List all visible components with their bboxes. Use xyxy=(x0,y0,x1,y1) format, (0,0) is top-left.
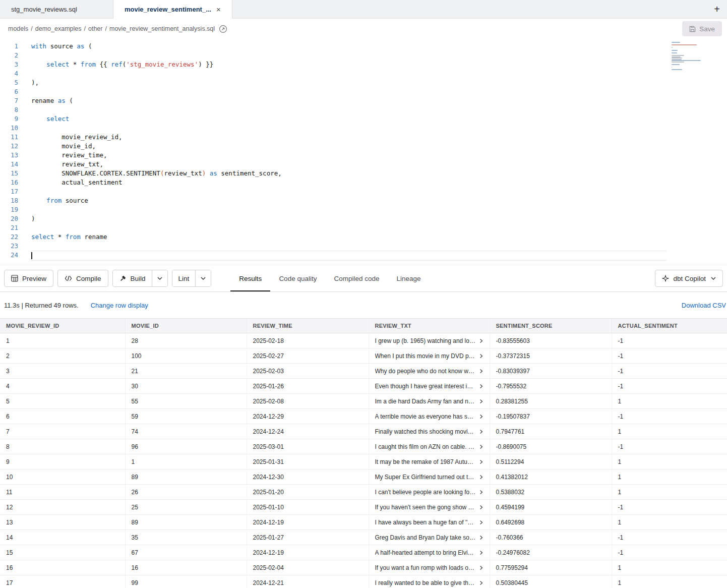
tab-label: movie_review_sentiment_... xyxy=(125,6,211,13)
expand-row-icon[interactable] xyxy=(479,444,483,449)
tab-stg-movie-reviews[interactable]: stg_movie_reviews.sql xyxy=(0,0,113,18)
breadcrumb-segment[interactable]: demo_examples xyxy=(35,25,82,32)
expand-row-icon[interactable] xyxy=(479,490,483,495)
breadcrumb-separator: / xyxy=(105,25,106,32)
lint-label: Lint xyxy=(178,275,190,282)
expand-row-icon[interactable] xyxy=(479,475,483,480)
table-cell: 2024-12-19 xyxy=(247,515,369,530)
review-txt-cell: It may be the remake of 1987 Autumn'… xyxy=(369,454,490,469)
code-line[interactable]: ), xyxy=(31,78,667,87)
dbt-copilot-button[interactable]: dbt Copilot xyxy=(655,270,723,287)
code-line[interactable] xyxy=(31,87,667,96)
expand-row-icon[interactable] xyxy=(479,505,483,510)
column-header[interactable]: MOVIE_ID xyxy=(125,319,247,333)
code-line[interactable] xyxy=(31,69,667,78)
review-txt-text: I have always been a huge fan of "Hom… xyxy=(375,519,476,526)
code-line[interactable] xyxy=(31,223,667,232)
table-cell: 0.7947761 xyxy=(490,424,612,439)
build-dropdown-chevron-icon[interactable] xyxy=(152,270,167,286)
table-row: 14352025-01-27Greg Davis and Bryan Daly … xyxy=(0,530,727,545)
breadcrumb-segment[interactable]: movie_review_sentiment_analysis.sql xyxy=(109,25,215,32)
code-line[interactable] xyxy=(31,105,667,114)
expand-row-icon[interactable] xyxy=(479,565,483,570)
expand-row-icon[interactable] xyxy=(479,414,483,419)
copy-path-icon[interactable] xyxy=(219,25,227,33)
code-line[interactable]: rename as ( xyxy=(31,96,667,105)
column-header[interactable]: ACTUAL_SENTIMENT xyxy=(612,319,727,333)
save-button[interactable]: Save xyxy=(682,21,722,36)
tab-movie-review-sentiment[interactable]: movie_review_sentiment_... × xyxy=(113,0,232,18)
minimap-line xyxy=(672,62,684,63)
compile-button[interactable]: Compile xyxy=(57,270,108,287)
code-line[interactable] xyxy=(31,205,667,214)
column-header[interactable]: MOVIE_REVIEW_ID xyxy=(0,319,125,333)
code-line[interactable] xyxy=(31,124,667,133)
download-csv-link[interactable]: Download CSV xyxy=(682,302,726,309)
expand-row-icon[interactable] xyxy=(479,459,483,464)
expand-row-icon[interactable] xyxy=(479,369,483,374)
table-row: 13892024-12-19I have always been a huge … xyxy=(0,515,727,530)
table-row: 5552025-02-08Im a die hard Dads Army fan… xyxy=(0,394,727,409)
minimap-line xyxy=(672,50,678,51)
close-tab-icon[interactable]: × xyxy=(216,6,221,13)
code-line[interactable]: select * from {{ ref('stg_movie_reviews'… xyxy=(31,60,667,69)
review-txt-text: I really wanted to be able to give this … xyxy=(375,579,476,586)
tab-compiled-code[interactable]: Compiled code xyxy=(325,265,388,291)
code-line[interactable]: SNOWFLAKE.CORTEX.SENTIMENT(review_txt) a… xyxy=(31,169,667,178)
tab-results[interactable]: Results xyxy=(230,265,270,291)
expand-row-icon[interactable] xyxy=(479,399,483,404)
change-row-display-link[interactable]: Change row display xyxy=(91,302,148,309)
table-cell: -0.7955532 xyxy=(490,379,612,394)
text-cursor xyxy=(31,252,32,259)
code-line[interactable] xyxy=(31,251,667,261)
code-line[interactable]: review_time, xyxy=(31,151,667,160)
review-txt-cell: A half-hearted attempt to bring Elvis P… xyxy=(369,545,490,560)
breadcrumb-segment[interactable]: other xyxy=(88,25,103,32)
expand-row-icon[interactable] xyxy=(479,384,483,389)
code-line[interactable] xyxy=(31,242,667,251)
column-header[interactable]: REVIEW_TXT xyxy=(369,319,490,333)
table-cell: 1 xyxy=(612,424,727,439)
code-line[interactable] xyxy=(31,51,667,60)
table-cell: 30 xyxy=(125,379,247,394)
expand-row-icon[interactable] xyxy=(479,429,483,434)
code-area[interactable]: with source as ( select * from {{ ref('s… xyxy=(22,39,727,265)
expand-row-icon[interactable] xyxy=(479,338,483,343)
lint-button[interactable]: Lint xyxy=(172,270,196,286)
line-number: 3 xyxy=(0,60,18,69)
table-cell: 2024-12-19 xyxy=(247,545,369,560)
build-button[interactable]: Build xyxy=(113,270,152,286)
table-cell: 2025-01-26 xyxy=(247,379,369,394)
expand-row-icon[interactable] xyxy=(479,580,483,585)
code-line[interactable]: from source xyxy=(31,196,667,205)
lint-dropdown-chevron-icon[interactable] xyxy=(195,270,211,286)
code-line[interactable]: select xyxy=(31,114,667,124)
new-tab-button[interactable]: + xyxy=(707,0,727,18)
line-number: 13 xyxy=(0,151,18,160)
minimap[interactable] xyxy=(672,42,705,73)
code-editor[interactable]: 123456789101112131415161718192021222324 … xyxy=(0,39,727,265)
table-cell: 17 xyxy=(0,575,125,588)
expand-row-icon[interactable] xyxy=(479,520,483,525)
expand-row-icon[interactable] xyxy=(479,550,483,555)
expand-row-icon[interactable] xyxy=(479,354,483,359)
tab-code-quality[interactable]: Code quality xyxy=(270,265,325,291)
tab-lineage[interactable]: Lineage xyxy=(388,265,430,291)
expand-row-icon[interactable] xyxy=(479,535,483,540)
build-split-button: Build xyxy=(112,270,168,287)
code-line[interactable]: actual_sentiment xyxy=(31,178,667,187)
code-line[interactable]: ) xyxy=(31,214,667,223)
table-cell: 74 xyxy=(125,424,247,439)
code-line[interactable]: movie_review_id, xyxy=(31,133,667,142)
code-line[interactable]: select * from rename xyxy=(31,232,667,242)
breadcrumb-segment[interactable]: models xyxy=(8,25,28,32)
code-line[interactable]: review_txt, xyxy=(31,160,667,169)
preview-button[interactable]: Preview xyxy=(4,270,53,287)
code-line[interactable]: with source as ( xyxy=(31,42,667,51)
code-line[interactable] xyxy=(31,187,667,196)
code-line[interactable]: movie_id, xyxy=(31,142,667,151)
table-cell: 2025-02-08 xyxy=(247,394,369,409)
table-cell: 2025-03-01 xyxy=(247,439,369,454)
column-header[interactable]: REVIEW_TIME xyxy=(247,319,369,333)
column-header[interactable]: SENTIMENT_SCORE xyxy=(490,319,612,333)
